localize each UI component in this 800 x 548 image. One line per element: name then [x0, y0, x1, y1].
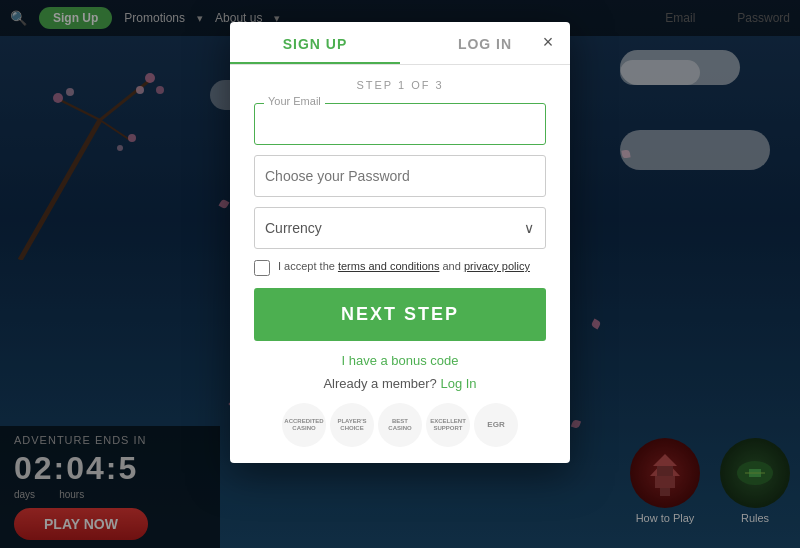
modal-close-button[interactable]: × [536, 30, 560, 54]
badge-egr: EGR [474, 403, 518, 447]
email-group: Your Email [254, 103, 546, 145]
badge-best-casino: BEST CASINO [378, 403, 422, 447]
login-link[interactable]: Log In [440, 376, 476, 391]
password-group [254, 155, 546, 197]
modal-body: STEP 1 OF 3 Your Email Currency USD EUR … [230, 79, 570, 447]
step-indicator: STEP 1 OF 3 [254, 79, 546, 91]
terms-checkbox[interactable] [254, 260, 270, 276]
member-text: Already a member? [323, 376, 436, 391]
email-input[interactable] [254, 103, 546, 145]
member-row: Already a member? Log In [254, 376, 546, 391]
terms-row: I accept the terms and conditions and pr… [254, 259, 546, 276]
terms-text: I accept the terms and conditions and pr… [278, 259, 530, 274]
bonus-code-link[interactable]: I have a bonus code [254, 353, 546, 368]
next-step-button[interactable]: NEXT STEP [254, 288, 546, 341]
currency-select[interactable]: Currency USD EUR GBP BTC [254, 207, 546, 249]
terms-link[interactable]: terms and conditions [338, 260, 440, 272]
badge-excellent-support: EXCELLENT SUPPORT [426, 403, 470, 447]
badges-row: ACCREDITED CASINO PLAYER'S CHOICE BEST C… [254, 403, 546, 447]
tab-signup[interactable]: SIGN UP [230, 22, 400, 64]
password-input[interactable] [254, 155, 546, 197]
badge-accredited: ACCREDITED CASINO [282, 403, 326, 447]
privacy-link[interactable]: privacy policy [464, 260, 530, 272]
currency-group: Currency USD EUR GBP BTC ∨ [254, 207, 546, 249]
signup-modal: × SIGN UP LOG IN STEP 1 OF 3 Your Email … [230, 22, 570, 463]
email-label: Your Email [264, 95, 325, 107]
badge-players-choice: PLAYER'S CHOICE [330, 403, 374, 447]
modal-tabs: SIGN UP LOG IN [230, 22, 570, 65]
